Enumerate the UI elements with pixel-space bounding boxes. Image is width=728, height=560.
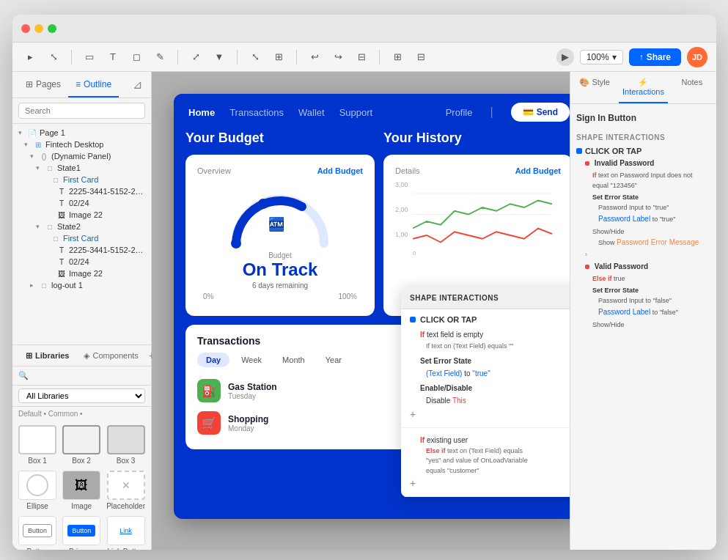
nav-transactions[interactable]: Transactions (229, 107, 284, 118)
invalid-pwd-dot (585, 161, 589, 166)
close-button[interactable] (21, 24, 30, 33)
add-budget-link[interactable]: Add Budget (317, 166, 363, 175)
library-search-input[interactable] (32, 372, 145, 380)
minimize-button[interactable] (34, 24, 43, 33)
component-box2[interactable]: Box 2 (62, 425, 100, 465)
nav-support[interactable]: Support (339, 107, 373, 118)
library-filter: All Libraries (12, 386, 151, 407)
budget-title: Your Budget (185, 130, 375, 146)
avatar[interactable]: JD (687, 47, 707, 67)
layer-page-1[interactable]: ▾ 📄 Page 1 (12, 127, 151, 139)
send-button[interactable]: 💳 Send (511, 103, 570, 122)
floating-trigger-row: CLICK OR TAP (410, 315, 570, 324)
component-primary-button[interactable]: Button Primary Button (62, 516, 100, 550)
pages-tab[interactable]: ⊞ Pages (18, 72, 68, 97)
toolbar-divider-4 (296, 50, 297, 65)
component-placeholder[interactable]: ✕ Placeholder (106, 471, 145, 510)
pointer-tool[interactable]: ⤡ (45, 48, 62, 66)
component-link-button[interactable]: Link Link Button (106, 516, 145, 550)
align-tool[interactable]: ⊟ (353, 48, 370, 66)
add-action-button-2[interactable]: + (410, 476, 570, 490)
layer-first-card-2[interactable]: □ First Card (12, 232, 151, 244)
redo-tool[interactable]: ↪ (329, 48, 347, 66)
library-select[interactable]: All Libraries (18, 388, 145, 403)
layer-state1[interactable]: ▾ □ State1 (12, 162, 151, 174)
style-tab[interactable]: 🎨 Style (570, 72, 619, 103)
component-image[interactable]: 🖼 Image (62, 471, 100, 510)
trigger-dot (410, 317, 416, 323)
toolbar-divider-1 (71, 50, 72, 65)
panel-tabs: ⊞ Pages ≡ Outline ⊿ (12, 72, 151, 98)
layer-search-input[interactable] (18, 103, 145, 119)
components-tab[interactable]: ◈ Components (76, 345, 145, 366)
pen-tool[interactable]: ✎ (151, 48, 169, 66)
crop-tool[interactable]: ⤡ (246, 48, 264, 66)
pct-0: 0% (203, 292, 213, 301)
tab-day[interactable]: Day (197, 353, 229, 367)
shape-tool[interactable]: ◻ (128, 48, 145, 66)
grid-tool[interactable]: ⊞ (270, 48, 287, 66)
tab-month[interactable]: Month (273, 353, 314, 367)
nav-home[interactable]: Home (188, 107, 215, 118)
shape-interactions-header: SHAPE INTERACTIONS (576, 129, 710, 144)
undo-tool[interactable]: ↩ (306, 48, 323, 66)
share-button[interactable]: ↑ Share (629, 48, 681, 66)
component-ellipse[interactable]: Ellipse (18, 471, 56, 510)
component-grid: Box 1 Box 2 Box 3 El (12, 419, 151, 550)
layer-first-card-1[interactable]: □ First Card (12, 174, 151, 185)
floating-panel-title: SHAPE INTERACTIONS (410, 294, 499, 302)
history-chart-svg: 0 (413, 181, 552, 262)
filter-button[interactable]: ⊿ (130, 72, 145, 97)
component-box3[interactable]: Box 3 (106, 425, 145, 465)
nav-profile[interactable]: Profile (446, 107, 473, 118)
outline-tab[interactable]: ≡ Outline (68, 72, 119, 97)
filter-tool[interactable]: ▼ (210, 48, 228, 66)
layer-date-1[interactable]: T 02/24 (12, 197, 151, 209)
layer-fintech-desktop[interactable]: ▾ ⊞ Fintech Desktop (12, 139, 151, 150)
show-error-msg: Show Password Error Message (598, 237, 710, 248)
cursor-tool[interactable]: ▸ (21, 48, 39, 66)
floating-condition-2-section: If existing user Else if text on (Text F… (401, 428, 570, 498)
layer-card-number-1[interactable]: T 2225-3441-5152-2351 (12, 185, 151, 197)
pct-100: 100% (338, 292, 357, 301)
distribute-v-tool[interactable]: ⊞ (389, 48, 406, 66)
libraries-icon: ⊞ (26, 351, 32, 361)
svg-point-1 (258, 199, 268, 209)
rectangle-tool[interactable]: ▭ (81, 48, 98, 66)
layer-image22-2[interactable]: 🖼 Image 22 (12, 268, 151, 279)
component-button[interactable]: Button Button (18, 516, 56, 550)
svg-text:0: 0 (413, 250, 416, 257)
tab-year[interactable]: Year (317, 353, 350, 367)
zoom-control[interactable]: 100% ▾ (580, 50, 623, 65)
add-budget-link-2[interactable]: Add Budget (515, 166, 561, 175)
notes-tab[interactable]: Notes (668, 72, 716, 103)
layer-dynamic-panel[interactable]: ▾ () (Dynamic Panel) (12, 150, 151, 162)
tab-week[interactable]: Week (232, 353, 271, 367)
invalid-password-condition: Invalid Password If text on Password Inp… (585, 158, 710, 261)
add-action-button-1[interactable]: + (410, 407, 570, 421)
layer-state2[interactable]: ▾ □ State2 (12, 221, 151, 232)
component-box1[interactable]: Box 1 (18, 425, 56, 465)
resize-tool[interactable]: ⤢ (187, 48, 205, 66)
pages-icon: ⊞ (26, 79, 33, 89)
nav-wallet[interactable]: Wallet (298, 107, 325, 118)
play-button[interactable]: ▶ (556, 48, 574, 66)
fullscreen-button[interactable] (48, 24, 56, 33)
layer-card-number-2[interactable]: T 2225-3441-5152-2351 (12, 244, 151, 256)
libraries-tab[interactable]: ⊞ Libraries (18, 345, 76, 366)
text-tool[interactable]: T (104, 48, 122, 66)
show-hide-2: Show/Hide (592, 320, 710, 330)
details-label: Details (395, 166, 420, 175)
toolbar-divider-5 (379, 50, 380, 65)
interactions-tab[interactable]: ⚡ Interactions (619, 72, 667, 103)
layer-date-2[interactable]: T 02/24 (12, 256, 151, 268)
add-condition-1[interactable]: › (585, 248, 710, 260)
on-track-label: On Track (243, 259, 318, 280)
layer-logout[interactable]: ▸ □ log-out 1 (12, 279, 151, 291)
valid-pwd-dot (585, 265, 589, 269)
gauge-svg: 🏧 (221, 181, 339, 254)
distribute-h-tool[interactable]: ⊟ (412, 48, 430, 66)
gas-icon: ⛽ (197, 379, 221, 402)
layer-image22-1[interactable]: 🖼 Image 22 (12, 209, 151, 221)
title-bar (12, 15, 716, 43)
